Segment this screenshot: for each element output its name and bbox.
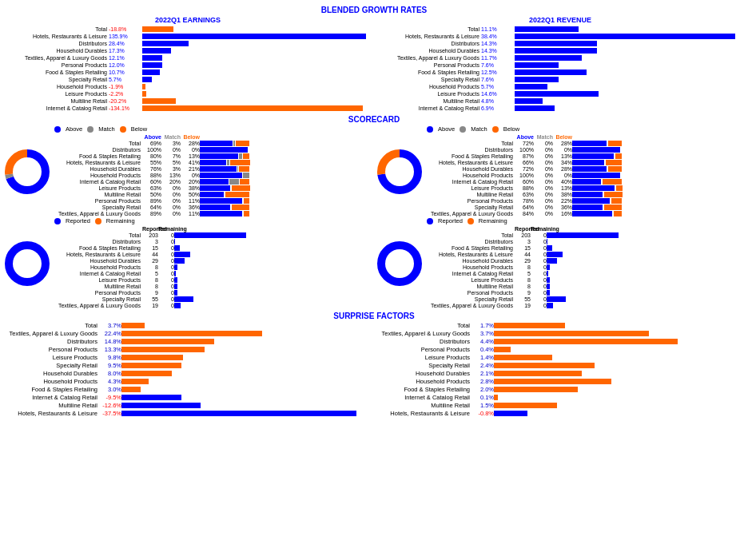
sc-data-row: Household Durables 76% 3% 21% [54,166,372,172]
pos-bar [142,34,366,39]
sc-above-bar [572,173,620,178]
rr-reported-bar [547,277,550,283]
row-val: 14.3% [481,48,513,54]
sf-bar-wrap [121,339,372,344]
sc-below-bar [230,160,250,165]
rr-reported-bar [174,258,185,264]
legend-left: Above Match Below [54,125,372,133]
sc-above-bar [200,166,237,172]
sc-below-bar [608,141,622,146]
rr-reported-val: 3 [515,239,531,244]
bar-container [142,105,372,111]
sf-bar-wrap [494,323,745,328]
sf-val: 8.0% [99,370,121,377]
rr-reported-bar [547,239,547,244]
sc-below-val: 13% [181,153,200,159]
sf-row: Specialty Retail 2.4% [376,362,745,369]
pos-bar [142,41,189,46]
rr-row-label: Multiline Retail [427,284,515,289]
rr-bar-wrap [174,290,372,296]
rr-reported-val: 15 [142,245,158,251]
sc-data-row: Textiles, Apparel & Luxury Goods 84% 0% … [427,211,745,216]
sc-above-val: 72% [515,166,534,172]
bar-container [515,90,745,97]
rr-bar-wrap [174,284,372,289]
chart-row: Hotels, Restaurants & Leisure 38.4% [376,33,745,39]
rr-reported-bar [174,239,175,244]
row-val: 10.7% [109,70,141,75]
sc-bar-row [200,185,372,191]
rr-data-row: Food & Staples Retailing 15 0 [427,245,745,251]
sc-match-val: 0% [534,185,553,191]
sc-bar-row [200,198,372,204]
bar-container [142,90,372,97]
sc-row-label: Distributors [427,147,515,153]
rr-data-row: Food & Staples Retailing 15 0 [54,245,372,251]
bar-container [515,40,745,46]
rr-remaining-val: 0 [531,271,547,276]
sc-bar-row [572,141,745,146]
sf-bar [494,363,595,368]
rr-data-row: Total 203 0 [427,232,745,238]
pos-bar [515,105,555,111]
rr-data-row: Hotels, Restaurants & Leisure 44 0 [54,252,372,257]
sc-match-val: 0% [161,192,181,197]
bar-container [142,62,372,68]
sc-match-val: 0% [534,179,553,185]
sc-row-label: Leisure Products [427,185,515,191]
row-val: 12.5% [481,70,513,75]
row-label: Internet & Catalog Retail [376,105,479,111]
sf-bar [494,387,578,392]
sc-data-row: Distributors 100% 0% 0% [427,147,745,153]
sf-label: Food & Staples Retailing [3,386,99,393]
bar-container [515,69,745,75]
sc-above-val: 72% [515,141,534,146]
sc-below-val: 36% [181,205,200,210]
bar-container [515,83,745,89]
rr-bar-wrap [547,264,745,270]
pos-bar [515,34,735,39]
row-val: 5.7% [109,77,141,82]
sf-bar-wrap [494,347,745,352]
sc-bar-row [200,147,372,153]
rr-reported-val: 19 [142,303,158,308]
rr-reported-val: 5 [142,271,158,276]
sf-bar [121,363,181,368]
sf-val: 22.4% [99,330,121,337]
sc-above-bar [200,179,229,185]
rr-reported-bar [547,232,619,238]
sc-above-val: 89% [142,198,161,204]
rr-reported-val: 8 [142,277,158,283]
sc-above-bar [200,211,242,216]
sc-bar-row [200,173,372,178]
sc-row-label: Household Products [54,173,142,178]
sc-below-val: 38% [181,185,200,191]
sf-row: Hotels, Restaurants & Leisure -37.5% [3,410,372,417]
pos-bar [515,91,599,97]
sc-bar-row [572,198,745,204]
sc-data-row: Textiles, Apparel & Luxury Goods 89% 0% … [54,211,372,216]
rr-reported-bar [547,264,550,270]
sf-bar [121,403,201,408]
bar-container [515,33,745,39]
row-label: Food & Staples Retailing [3,70,107,75]
chart-row: Specialty Retail 5.7% [3,76,372,82]
pos-bar [515,77,559,82]
revenue-chart: Total 11.1% Hotels, Restaurants & Leisur… [376,26,745,111]
sc-bar-row [572,211,745,216]
sc-data-row: Internet & Catalog Retail 60% 0% 40% [427,179,745,185]
revenue-title: 2022Q1 REVENUE [376,16,745,24]
rr-row-label: Household Products [54,264,142,270]
sc-bar-row [200,205,372,210]
row-label: Distributors [376,41,479,46]
row-val: 38.4% [481,34,513,39]
sf-val: 2.4% [471,362,494,369]
sc-row-label: Personal Products [54,198,142,204]
pos-bar [515,26,579,32]
sf-label: Internet & Catalog Retail [3,394,99,401]
sf-val: 1.4% [471,354,494,361]
rr-data-row: Personal Products 9 0 [427,290,745,296]
pos-bar [515,62,559,68]
rr-bar-wrap [547,277,745,283]
sc-row-label: Specialty Retail [427,205,515,210]
